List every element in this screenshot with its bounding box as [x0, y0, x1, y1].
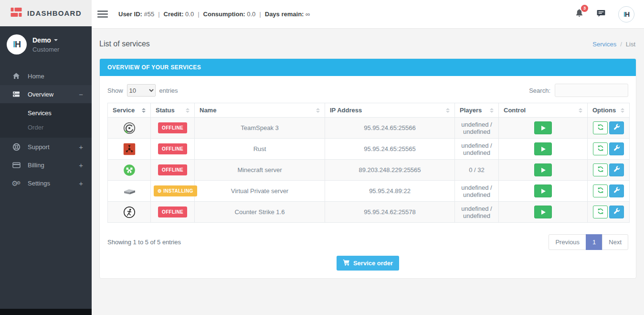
- sidebar-nav: Home Overview −: [0, 67, 92, 192]
- services-panel: OVERVIEW OF YOUR SERVICES Show 10 entrie…: [99, 58, 636, 279]
- service-cell: [108, 202, 151, 223]
- collapse-icon: −: [79, 90, 83, 98]
- players-cell: undefined / undefined: [455, 202, 499, 223]
- sidebar-user-block: IH Demo Customer: [0, 26, 92, 61]
- refresh-button[interactable]: [593, 163, 608, 176]
- players-cell: undefined / undefined: [455, 181, 499, 202]
- status-cell: ⚙OFFLINE: [151, 139, 195, 160]
- column-header-name[interactable]: Name: [195, 103, 325, 118]
- start-button[interactable]: [534, 163, 552, 176]
- vps-server-icon: [122, 186, 137, 196]
- sidebar-user-avatar: IH: [7, 34, 27, 54]
- start-button[interactable]: [534, 142, 552, 155]
- user-role: Customer: [32, 46, 59, 53]
- wrench-icon: [613, 208, 620, 216]
- name-cell: Rust: [195, 139, 325, 160]
- ip-cell: 89.203.248.229:25565: [325, 160, 455, 181]
- sidebar-item-home[interactable]: Home: [0, 67, 92, 85]
- service-order-button[interactable]: Service order: [337, 256, 399, 271]
- manage-button[interactable]: [609, 163, 624, 176]
- wrench-icon: [613, 145, 620, 153]
- services-table: Service Status Name IP Address Players C…: [107, 103, 630, 223]
- brand-server-icon: [11, 7, 22, 19]
- sidebar-item-overview[interactable]: Overview −: [0, 85, 92, 103]
- search-input[interactable]: [555, 84, 628, 97]
- sort-icon: [579, 108, 582, 113]
- sidebar-item-order[interactable]: Order: [0, 120, 92, 134]
- refresh-button[interactable]: [593, 121, 608, 134]
- name-cell: Virtual Private server: [195, 181, 325, 202]
- home-icon: [12, 72, 21, 80]
- notifications-button[interactable]: 3: [575, 9, 584, 20]
- sidebar-footer: [0, 309, 92, 315]
- control-cell: [499, 118, 588, 139]
- next-page-button[interactable]: Next: [602, 234, 628, 250]
- table-row: ⚙OFFLINE Minecraft server 89.203.248.229…: [108, 160, 630, 181]
- column-header-status[interactable]: Status: [151, 103, 195, 118]
- play-icon: [541, 210, 546, 215]
- players-cell: undefined / undefined: [455, 118, 499, 139]
- menu-toggle-button[interactable]: [97, 9, 108, 20]
- ip-cell: 95.95.24.62:25578: [325, 202, 455, 223]
- control-cell: [499, 202, 588, 223]
- status-cell: ⚙OFFLINE: [151, 118, 195, 139]
- players-cell: undefined / undefined: [455, 139, 499, 160]
- gears-icon: ⚙⚙: [12, 180, 21, 187]
- breadcrumb-services-link[interactable]: Services: [592, 41, 616, 48]
- refresh-button[interactable]: [593, 206, 608, 218]
- sort-icon: [446, 108, 450, 113]
- wrench-icon: [613, 124, 620, 132]
- manage-button[interactable]: [609, 185, 624, 197]
- manage-button[interactable]: [609, 121, 624, 134]
- sidebar-item-support[interactable]: Support +: [0, 138, 92, 156]
- start-button[interactable]: [534, 121, 552, 134]
- main-content: List of services Services / List OVERVIE…: [92, 29, 644, 315]
- manage-button[interactable]: [609, 142, 624, 155]
- sidebar-item-services[interactable]: Services: [0, 106, 92, 120]
- options-cell: [588, 160, 630, 181]
- expand-icon: +: [79, 143, 83, 151]
- status-cell: ⚙OFFLINE: [151, 160, 195, 181]
- refresh-button[interactable]: [593, 185, 608, 197]
- overview-submenu: Services Order: [0, 103, 92, 138]
- refresh-icon: [597, 166, 604, 174]
- service-cell: [108, 118, 151, 139]
- column-header-control[interactable]: Control: [499, 103, 588, 118]
- previous-page-button[interactable]: Previous: [549, 234, 586, 250]
- table-info: Showing 1 to 5 of 5 entries: [107, 239, 181, 246]
- options-cell: [588, 181, 630, 202]
- players-cell: 0 / 32: [455, 160, 499, 181]
- status-badge: ⚙OFFLINE: [158, 143, 187, 154]
- options-cell: [588, 118, 630, 139]
- column-header-options[interactable]: Options: [588, 103, 630, 118]
- column-header-ip[interactable]: IP Address: [325, 103, 455, 118]
- refresh-icon: [597, 145, 604, 153]
- app-root: IDASHBOARD IH Demo Customer: [0, 0, 644, 315]
- teamspeak-icon: [123, 121, 136, 135]
- search-control: Search:: [529, 84, 628, 97]
- manage-button[interactable]: [609, 206, 624, 218]
- user-avatar[interactable]: IH: [618, 6, 634, 22]
- messages-button[interactable]: [597, 10, 605, 19]
- start-button[interactable]: [534, 206, 552, 218]
- ip-cell: 95.95.24.65:25565: [325, 139, 455, 160]
- user-dropdown[interactable]: Demo: [32, 36, 59, 44]
- play-icon: [541, 147, 546, 152]
- column-header-service[interactable]: Service: [108, 103, 151, 118]
- refresh-button[interactable]: [593, 142, 608, 155]
- column-header-players[interactable]: Players: [455, 103, 499, 118]
- user-stats: User ID: #55 | Credit: 0.0 | Consumption…: [118, 11, 310, 18]
- play-icon: [541, 168, 546, 173]
- page-1-button[interactable]: 1: [586, 234, 602, 250]
- page-size-select[interactable]: 10: [127, 84, 156, 97]
- start-button[interactable]: [534, 185, 552, 197]
- sidebar: IDASHBOARD IH Demo Customer: [0, 0, 92, 315]
- app-logo[interactable]: IDASHBOARD: [0, 0, 92, 26]
- sidebar-item-settings[interactable]: ⚙⚙ Settings +: [0, 174, 92, 192]
- control-cell: [499, 181, 588, 202]
- name-cell: TeamSpeak 3: [195, 118, 325, 139]
- table-row: ⚙OFFLINE Rust 95.95.24.65:25565 undefine…: [108, 139, 630, 160]
- sidebar-item-billing[interactable]: Billing +: [0, 156, 92, 174]
- sort-icon: [316, 108, 320, 113]
- caret-down-icon: [54, 39, 58, 41]
